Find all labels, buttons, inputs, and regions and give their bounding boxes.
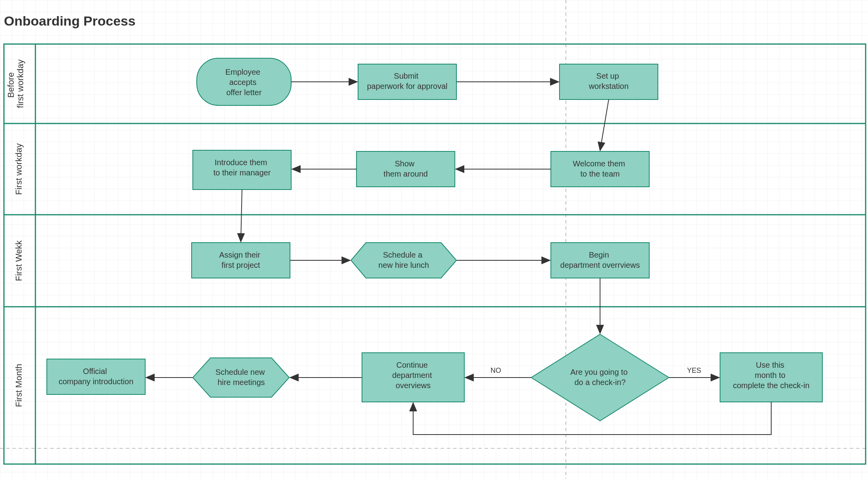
lane-label-1: First workday (14, 144, 24, 195)
diagram-title: Onboarding Process (4, 13, 135, 28)
node-continue-overviews-label: Continue department overviews (392, 361, 434, 390)
node-schedule-meetings[interactable] (193, 358, 289, 397)
lane-label-2: First Wekk (14, 240, 24, 281)
node-employee-accepts-label: Employee accepts offer letter (225, 68, 263, 97)
node-begin-overviews[interactable] (551, 243, 649, 278)
lane-label-3: First Month (14, 364, 24, 407)
node-show-around[interactable] (356, 151, 455, 187)
edge-label-no: NO (491, 367, 501, 374)
edge-label-yes: YES (687, 367, 701, 374)
node-assign-project[interactable] (192, 243, 290, 278)
diagram-canvas: Onboarding Process Before first workday … (0, 0, 868, 479)
node-welcome-team[interactable] (551, 151, 649, 187)
node-official-intro[interactable] (47, 359, 145, 394)
node-schedule-lunch[interactable] (351, 243, 456, 278)
